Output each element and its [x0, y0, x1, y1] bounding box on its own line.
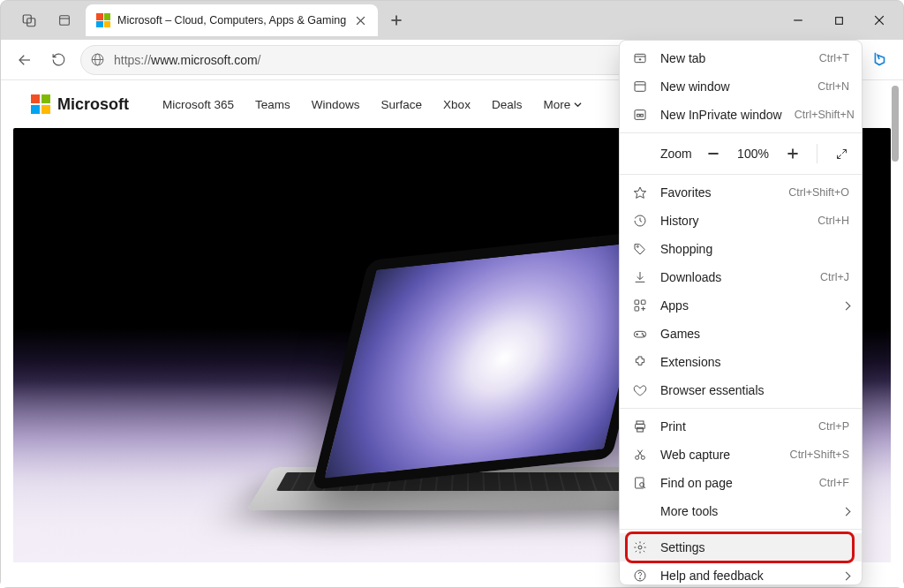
games-icon: [632, 326, 648, 342]
window-minimize-button[interactable]: [778, 6, 818, 34]
new-tab-icon: [632, 50, 648, 66]
nav-teams[interactable]: Teams: [255, 98, 290, 111]
svg-point-53: [641, 456, 644, 459]
nav-more[interactable]: More: [543, 98, 582, 111]
svg-rect-41: [635, 306, 639, 311]
heart-pulse-icon: [632, 382, 648, 398]
nav-windows[interactable]: Windows: [312, 98, 360, 111]
titlebar: Microsoft – Cloud, Computers, Apps & Gam…: [1, 1, 903, 40]
shortcut-text: Ctrl+T: [819, 52, 849, 64]
menu-games[interactable]: Games: [620, 320, 862, 348]
shortcut-text: Ctrl+Shift+O: [788, 186, 849, 199]
menu-history[interactable]: History Ctrl+H: [620, 207, 862, 235]
tag-icon: [632, 241, 648, 257]
bing-chat-button[interactable]: [863, 45, 896, 75]
menu-separator: [620, 132, 862, 133]
new-window-icon: [632, 79, 648, 94]
svg-rect-25: [635, 82, 645, 92]
tab-close-button[interactable]: [351, 11, 369, 29]
svg-marker-35: [634, 187, 645, 198]
chevron-down-icon: [574, 101, 582, 109]
menu-help[interactable]: Help and feedback: [620, 562, 862, 585]
site-info-icon[interactable]: [90, 52, 105, 67]
back-button[interactable]: [8, 45, 41, 75]
menu-separator: [620, 408, 862, 409]
history-icon: [632, 213, 648, 229]
menu-separator: [620, 174, 862, 175]
browser-tab[interactable]: Microsoft – Cloud, Computers, Apps & Gam…: [86, 4, 378, 36]
shortcut-text: Ctrl+H: [817, 215, 849, 227]
titlebar-left: [4, 6, 80, 34]
svg-point-36: [637, 245, 638, 247]
extensions-icon: [632, 354, 648, 370]
zoom-in-button[interactable]: [781, 142, 804, 165]
svg-point-57: [638, 546, 642, 549]
window-controls: [778, 6, 900, 34]
menu-find[interactable]: Find on page Ctrl+F: [620, 469, 862, 497]
site-nav: Microsoft 365 Teams Windows Surface Xbox…: [162, 98, 582, 111]
window-maximize-button[interactable]: [818, 6, 859, 34]
page-scrollbar[interactable]: [890, 82, 900, 585]
svg-rect-27: [635, 110, 645, 120]
menu-zoom: Zoom 100%: [620, 137, 862, 170]
window-close-button[interactable]: [859, 6, 900, 34]
tab-title: Microsoft – Cloud, Computers, Apps & Gam…: [117, 14, 346, 26]
menu-new-tab[interactable]: New tab Ctrl+T: [620, 44, 862, 72]
microsoft-logo[interactable]: Microsoft: [31, 94, 129, 114]
tab-favicon-microsoft: [96, 13, 110, 27]
menu-downloads[interactable]: Downloads Ctrl+J: [620, 263, 862, 291]
menu-inprivate[interactable]: New InPrivate window Ctrl+Shift+N: [620, 101, 862, 129]
menu-extensions[interactable]: Extensions: [620, 348, 862, 376]
help-icon: [632, 568, 648, 584]
gear-icon: [632, 539, 648, 555]
nav-deals[interactable]: Deals: [492, 98, 523, 111]
shortcut-text: Ctrl+J: [820, 271, 849, 283]
print-icon: [632, 418, 648, 434]
svg-point-52: [636, 456, 639, 459]
svg-rect-29: [641, 114, 644, 117]
zoom-out-button[interactable]: [702, 142, 725, 165]
inprivate-icon: [632, 107, 648, 123]
menu-apps[interactable]: Apps: [620, 291, 862, 320]
menu-browser-essentials[interactable]: Browser essentials: [620, 376, 862, 404]
new-tab-button[interactable]: [381, 5, 411, 35]
menu-print[interactable]: Print Ctrl+P: [620, 412, 862, 441]
svg-rect-9: [835, 17, 842, 24]
workspaces-icon[interactable]: [13, 6, 45, 34]
svg-rect-39: [635, 300, 639, 305]
menu-shopping[interactable]: Shopping: [620, 235, 862, 263]
capture-icon: [632, 447, 648, 463]
svg-line-33: [842, 149, 846, 153]
nav-xbox[interactable]: Xbox: [443, 98, 471, 111]
nav-microsoft-365[interactable]: Microsoft 365: [162, 98, 234, 111]
svg-point-48: [643, 335, 644, 335]
menu-new-window[interactable]: New window Ctrl+N: [620, 72, 862, 101]
zoom-label: Zoom: [660, 147, 693, 161]
menu-favorites[interactable]: Favorites Ctrl+Shift+O: [620, 178, 862, 207]
download-icon: [632, 269, 648, 285]
menu-settings[interactable]: Settings: [620, 533, 862, 562]
settings-and-more-menu: New tab Ctrl+T New window Ctrl+N New InP…: [619, 40, 863, 585]
shortcut-text: Ctrl+Shift+S: [790, 449, 849, 461]
star-icon: [632, 185, 648, 200]
menu-more-tools[interactable]: More tools: [620, 497, 862, 525]
browser-window: Microsoft – Cloud, Computers, Apps & Gam…: [0, 0, 904, 588]
svg-point-47: [642, 333, 643, 334]
tab-actions-icon[interactable]: [49, 6, 80, 34]
nav-surface[interactable]: Surface: [381, 98, 423, 111]
svg-rect-28: [637, 114, 640, 117]
menu-web-capture[interactable]: Web capture Ctrl+Shift+S: [620, 441, 862, 469]
svg-line-34: [837, 155, 840, 158]
menu-separator: [620, 529, 862, 530]
svg-rect-51: [637, 427, 644, 432]
svg-rect-40: [641, 300, 645, 305]
refresh-button[interactable]: [41, 45, 75, 75]
svg-point-59: [639, 578, 640, 579]
svg-rect-44: [634, 331, 645, 337]
shortcut-text: Ctrl+F: [819, 477, 849, 489]
search-icon: [632, 475, 648, 491]
url-text: https://www.microsoft.com/: [114, 53, 261, 67]
fullscreen-button[interactable]: [830, 142, 853, 165]
shortcut-text: Ctrl+N: [817, 80, 849, 93]
apps-icon: [632, 298, 648, 313]
